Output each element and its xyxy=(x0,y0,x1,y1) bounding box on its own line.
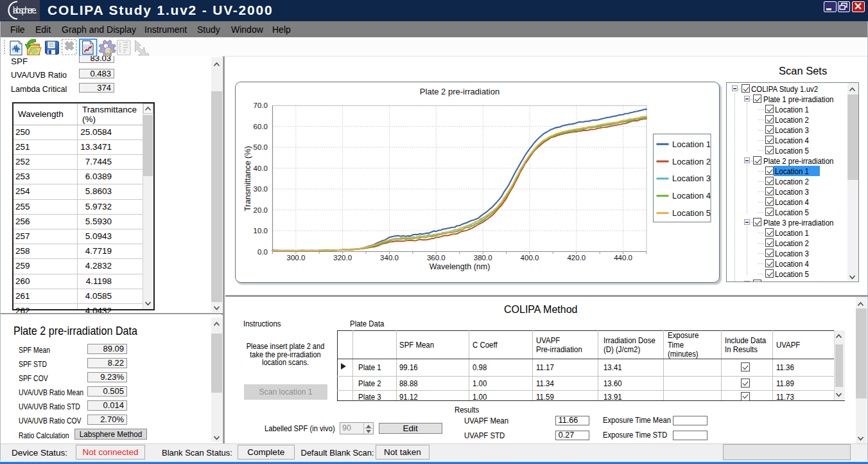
svg-text:Transmittance (%): Transmittance (%) xyxy=(243,146,252,211)
svg-text:Location 3: Location 3 xyxy=(672,174,711,183)
svg-text:40.0: 40.0 xyxy=(254,165,268,172)
svg-text:10.0: 10.0 xyxy=(254,227,268,235)
svg-text:440.0: 440.0 xyxy=(614,254,632,262)
svg-text:400.0: 400.0 xyxy=(521,254,539,262)
svg-text:Location 1: Location 1 xyxy=(672,139,711,149)
svg-text:Location 4: Location 4 xyxy=(672,191,711,201)
svg-text:380.0: 380.0 xyxy=(474,254,492,262)
svg-text:Location 5: Location 5 xyxy=(672,208,711,218)
svg-text:60.0: 60.0 xyxy=(254,123,268,130)
svg-text:320.0: 320.0 xyxy=(333,254,352,262)
svg-text:30.0: 30.0 xyxy=(254,185,268,193)
svg-text:Location 2: Location 2 xyxy=(672,157,711,166)
svg-text:0.0: 0.0 xyxy=(257,248,268,256)
svg-text:Plate 2 pre-irradiation: Plate 2 pre-irradiation xyxy=(420,87,499,96)
svg-text:300.0: 300.0 xyxy=(287,254,306,262)
svg-text:70.0: 70.0 xyxy=(254,102,268,109)
svg-text:420.0: 420.0 xyxy=(567,254,586,262)
svg-text:340.0: 340.0 xyxy=(380,254,399,262)
svg-text:20.0: 20.0 xyxy=(254,206,268,214)
svg-text:50.0: 50.0 xyxy=(254,143,268,151)
svg-text:Wavelength (nm): Wavelength (nm) xyxy=(430,262,490,271)
svg-text:360.0: 360.0 xyxy=(427,254,446,262)
